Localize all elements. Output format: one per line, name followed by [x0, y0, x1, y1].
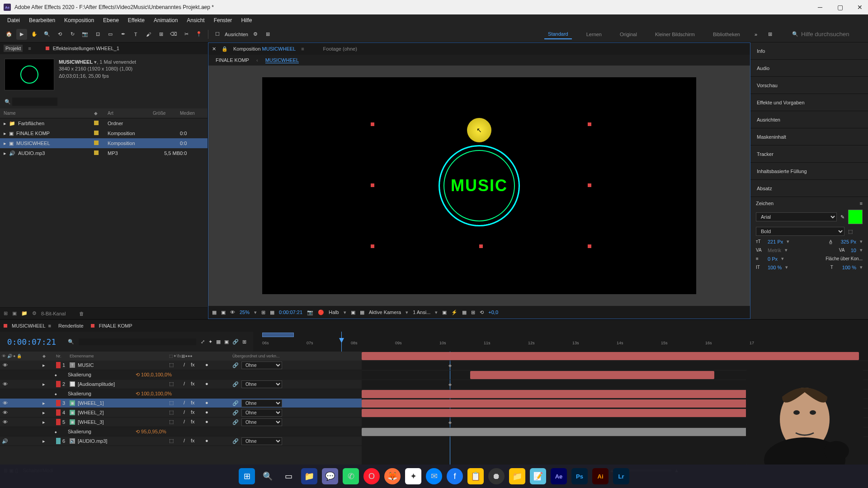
channel-icon[interactable]: 🔴: [318, 310, 324, 315]
new-folder-icon[interactable]: 📁: [21, 310, 28, 316]
interpret-icon[interactable]: ⊞: [4, 310, 8, 316]
comp-lock-icon[interactable]: 🔒: [222, 46, 228, 52]
tl-icon-5[interactable]: 🔗: [232, 339, 239, 345]
taskbar-firefox[interactable]: 🦊: [384, 468, 401, 484]
clone-tool[interactable]: ⊞: [156, 29, 166, 40]
panel-ausrichten[interactable]: Ausrichten: [750, 111, 868, 128]
render-icon[interactable]: ⚙: [32, 310, 37, 316]
timeline-tab-finale[interactable]: FINALE KOMP: [99, 323, 132, 328]
tracking-value[interactable]: 10: [851, 248, 856, 253]
workspace-original[interactable]: Original: [616, 30, 641, 39]
subtab-music[interactable]: MUSICWHEEL: [265, 57, 299, 63]
panel-info[interactable]: Info: [750, 42, 868, 60]
font-weight-select[interactable]: Bold: [756, 227, 844, 236]
help-search-input[interactable]: [801, 31, 864, 38]
taskbar-notepad[interactable]: 📝: [530, 468, 546, 484]
close-button[interactable]: ✕: [855, 3, 864, 12]
taskbar-whatsapp[interactable]: ✆: [343, 468, 359, 484]
res-icon[interactable]: ▣: [221, 310, 226, 315]
font-size-value[interactable]: 221 Px: [768, 239, 783, 244]
timeline-layer-row[interactable]: 👁 ▸ 2 ⬜ [Audioamplitude] ⬚/fx● 🔗 Ohne: [0, 380, 362, 389]
grid-icon[interactable]: ⊞: [261, 310, 265, 315]
guides-icon[interactable]: ▦: [270, 310, 274, 315]
resolution-select[interactable]: Halb: [329, 310, 339, 315]
panel-absatz[interactable]: Absatz: [750, 180, 868, 197]
reset-exp-icon[interactable]: ⟲: [480, 310, 484, 315]
snapshot-icon[interactable]: 📷: [307, 310, 313, 315]
timeline-layer-row[interactable]: 👁 ▸ 3 ▣ [WHEEL_1] ⬚/fx● 🔗 Ohne: [0, 399, 362, 408]
exposure-value[interactable]: +0,0: [488, 310, 498, 315]
panel-content-fill[interactable]: Inhaltsbasierte Füllung: [750, 163, 868, 180]
timeline-ruler[interactable]: 06s07s08s09s10s11s12s13s14s15s16s17: [253, 332, 868, 352]
shape-tool[interactable]: ▭: [105, 29, 116, 40]
tl-icon-3[interactable]: ▦: [216, 339, 221, 345]
timeline-property-row[interactable]: ⬥Skalierung⟲ 95,0,95,0%: [0, 427, 362, 436]
camera-select[interactable]: Aktive Kamera: [369, 310, 401, 315]
workspace-kleiner[interactable]: Kleiner Bildschirm: [651, 30, 698, 39]
workspace-more-icon[interactable]: »: [755, 32, 757, 37]
workspace-lernen[interactable]: Lernen: [583, 30, 605, 39]
taskbar-opera[interactable]: O: [363, 468, 380, 484]
taskbar-ae[interactable]: Ae: [551, 468, 567, 484]
font-family-select[interactable]: Arial: [756, 212, 837, 221]
panel-mask[interactable]: Maskeninhalt: [750, 128, 868, 145]
workspace-bibliotheken[interactable]: Bibliotheken: [709, 30, 744, 39]
taskbar-obs[interactable]: ⏺: [488, 468, 505, 484]
pan-behind-tool[interactable]: ⊡: [92, 29, 103, 40]
puppet-tool[interactable]: 📍: [193, 29, 204, 40]
timeline-timecode[interactable]: 0:00:07:21: [7, 337, 56, 347]
leading-value[interactable]: 325 Px: [841, 239, 856, 244]
effect-settings-tab[interactable]: Effekteinstellungen WHEEL_1: [51, 45, 121, 52]
timeline-layer-row[interactable]: 👁 ▸ 4 ▣ [WHEEL_2] ⬚/fx● 🔗 Ohne: [0, 408, 362, 418]
timeline-layer-row[interactable]: 🔊 ▸ 6 🔊 [AUDIO.mp3] ⬚/fx● 🔗 Ohne: [0, 436, 362, 446]
menu-bearbeiten[interactable]: Bearbeiten: [25, 15, 59, 25]
kerning-value[interactable]: Metrik: [768, 248, 781, 253]
viewer-timecode[interactable]: 0:00:07:21: [279, 310, 302, 315]
pen-tool[interactable]: ✒: [118, 29, 128, 40]
timeline-search-input[interactable]: [79, 338, 196, 345]
footage-tab[interactable]: Footage (ohne): [323, 46, 357, 52]
new-comp-icon[interactable]: ▣: [12, 310, 17, 316]
menu-ansicht[interactable]: Ansicht: [183, 15, 208, 25]
stroke-swap-icon[interactable]: ⬚: [848, 229, 863, 235]
col-name[interactable]: Name: [4, 111, 94, 116]
taskbar-teams[interactable]: 💬: [322, 468, 338, 484]
taskbar-lr[interactable]: Lr: [613, 468, 629, 484]
stroke-mode[interactable]: Fläche über Kon...: [826, 256, 863, 261]
home-tool[interactable]: 🏠: [4, 29, 14, 40]
mask-icon[interactable]: 👁: [230, 310, 235, 315]
project-row[interactable]: ▸ 📁 Farbflächen Ordner: [0, 118, 208, 128]
tl-icon-6[interactable]: ⊞: [242, 339, 246, 345]
col-tag[interactable]: ◆: [94, 111, 108, 116]
taskbar-facebook[interactable]: f: [447, 468, 463, 484]
hand-tool[interactable]: ✋: [29, 29, 40, 40]
timeline-layer-row[interactable]: 👁 ▸ 5 ▣ [WHEEL_3] ⬚/fx● 🔗 Ohne: [0, 418, 362, 427]
project-row[interactable]: ▸ 🔊 AUDIO.mp3 MP3 5,5 MB 0:0: [0, 148, 208, 158]
project-search-input[interactable]: [12, 98, 57, 106]
rotate-tool[interactable]: ↻: [67, 29, 78, 40]
taskbar-ai[interactable]: Ai: [592, 468, 609, 484]
taskbar-app1[interactable]: ✦: [405, 468, 421, 484]
camera-tool[interactable]: 📷: [80, 29, 90, 40]
comp-close-icon[interactable]: ✕: [212, 46, 216, 52]
views-select[interactable]: 1 Ansi...: [413, 310, 430, 315]
col-size[interactable]: Größe: [153, 111, 180, 116]
brush-tool[interactable]: 🖌: [143, 29, 154, 40]
char-panel-menu-icon[interactable]: ≡: [860, 201, 863, 206]
menu-animation[interactable]: Animation: [150, 15, 181, 25]
minimize-button[interactable]: ─: [816, 3, 825, 12]
project-row[interactable]: ▸ ▣ FINALE KOMP Komposition 0:0: [0, 128, 208, 138]
timeline-property-row[interactable]: ⬥Skalierung⟲ 100,0,100,0%: [0, 370, 362, 380]
snap-toggle[interactable]: ☐: [212, 29, 223, 40]
fast-preview-icon[interactable]: ⚡: [451, 310, 458, 315]
eraser-tool[interactable]: ⌫: [168, 29, 179, 40]
zoom-value[interactable]: 25%: [240, 310, 250, 315]
roi-icon[interactable]: ▣: [351, 310, 355, 315]
snap-options[interactable]: ⚙: [250, 29, 261, 40]
workspace-standard[interactable]: Standard: [544, 29, 572, 39]
mag-icon[interactable]: ▦: [212, 310, 217, 315]
pixel-ar-icon[interactable]: ▣: [442, 310, 447, 315]
tl-icon-2[interactable]: ✦: [208, 339, 212, 345]
taskbar-messenger[interactable]: ✉: [426, 468, 442, 484]
taskbar-folder[interactable]: 📁: [509, 468, 525, 484]
